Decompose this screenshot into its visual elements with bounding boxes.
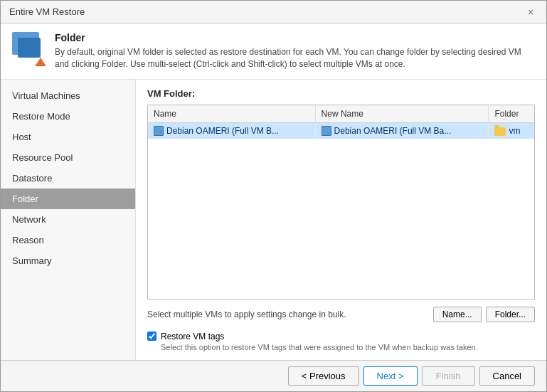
sidebar-item-restore-mode[interactable]: Restore Mode: [1, 106, 135, 127]
vm-icon: [154, 126, 164, 136]
vm-table-wrapper: Name New Name Folder Debian OAMERI (Full…: [147, 105, 535, 300]
table-row[interactable]: Debian OAMERI (Full VM B...Debian OAMERI…: [148, 122, 534, 139]
restore-vm-tags-label[interactable]: Restore VM tags Select this option to re…: [161, 331, 478, 351]
restore-vm-tags-text: Restore VM tags: [161, 332, 224, 341]
header-text: Folder By default, original VM folder is…: [55, 32, 535, 70]
col-folder: Folder: [489, 105, 534, 123]
cell-new-name: Debian OAMERI (Full VM Ba...: [315, 122, 489, 139]
sidebar-item-host[interactable]: Host: [1, 127, 135, 147]
sidebar-item-summary[interactable]: Summary: [1, 250, 135, 271]
footer: < Previous Next > Finish Cancel: [1, 360, 546, 391]
header-title: Folder: [55, 32, 535, 43]
cell-folder: vm: [489, 122, 534, 139]
dialog-entire-vm-restore: Entire VM Restore × Folder By default, o…: [0, 0, 547, 392]
icon-front: [18, 38, 41, 58]
dialog-title: Entire VM Restore: [9, 6, 85, 17]
restore-vm-tags-sublabel: Select this option to restore VM tags th…: [161, 343, 478, 351]
next-button[interactable]: Next >: [363, 366, 418, 386]
sidebar-item-virtual-machines[interactable]: Virtual Machines: [1, 85, 135, 106]
header-icon: [12, 32, 46, 66]
folder-button[interactable]: Folder...: [486, 307, 535, 322]
bulk-buttons: Name... Folder...: [433, 307, 535, 322]
bulk-text-row: Select multiple VMs to apply settings ch…: [147, 307, 535, 322]
sidebar-item-resource-pool[interactable]: Resource Pool: [1, 147, 135, 168]
restore-vm-tags-row: Restore VM tags Select this option to re…: [147, 331, 535, 351]
sidebar-item-folder[interactable]: Folder: [1, 189, 135, 209]
restore-vm-tags-checkbox[interactable]: [147, 332, 156, 341]
sidebar: Virtual MachinesRestore ModeHostResource…: [1, 80, 136, 360]
previous-button[interactable]: < Previous: [288, 366, 359, 386]
col-new-name: New Name: [315, 105, 489, 123]
close-button[interactable]: ×: [524, 5, 538, 19]
bulk-text-label: Select multiple VMs to apply settings ch…: [147, 309, 346, 319]
cell-name: Debian OAMERI (Full VM B...: [148, 122, 315, 139]
finish-button[interactable]: Finish: [422, 366, 475, 386]
content-area: Virtual MachinesRestore ModeHostResource…: [1, 80, 546, 360]
cancel-button[interactable]: Cancel: [479, 366, 535, 386]
folder-icon: [494, 127, 506, 136]
col-name: Name: [148, 105, 315, 123]
name-button[interactable]: Name...: [433, 307, 482, 322]
sidebar-item-datastore[interactable]: Datastore: [1, 168, 135, 189]
vm-icon-2: [322, 126, 331, 136]
header-description: By default, original VM folder is select…: [55, 46, 535, 70]
section-title: VM Folder:: [147, 88, 535, 99]
header-section: Folder By default, original VM folder is…: [1, 23, 546, 80]
sidebar-item-network[interactable]: Network: [1, 209, 135, 230]
sidebar-item-reason[interactable]: Reason: [1, 230, 135, 250]
icon-arrow: [35, 58, 46, 66]
main-area: VM Folder: Name New Name Folder Debian O…: [136, 80, 546, 360]
vm-table: Name New Name Folder Debian OAMERI (Full…: [148, 105, 534, 139]
title-bar: Entire VM Restore ×: [1, 1, 546, 23]
